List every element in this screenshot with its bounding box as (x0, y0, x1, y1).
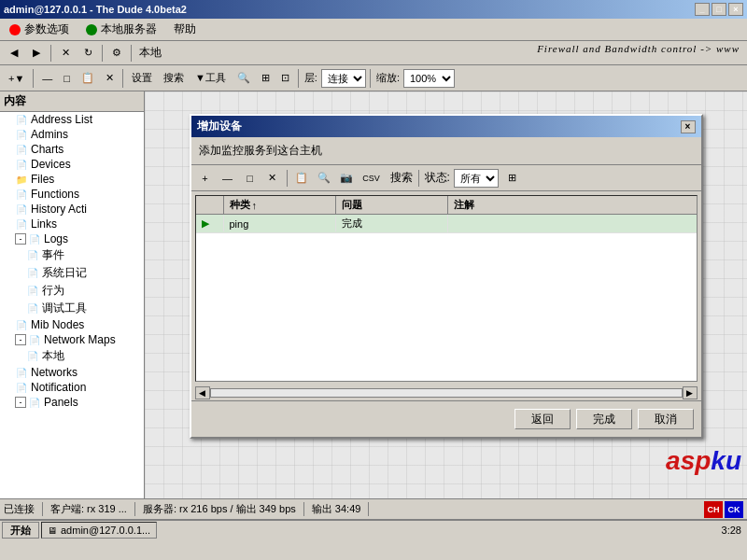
start-button[interactable]: 开始 (2, 522, 39, 539)
back-button[interactable]: 返回 (514, 409, 571, 429)
toolbar-sep-1 (33, 69, 34, 88)
layer-select[interactable]: 连接 (321, 69, 366, 88)
row-type: ping (224, 217, 336, 231)
dialog-toolbar-sep-2 (418, 170, 419, 187)
copy-button[interactable]: □ (59, 68, 75, 89)
nav-separator-2 (102, 45, 103, 62)
dialog-remove-button[interactable]: — (218, 169, 238, 188)
settings-button[interactable]: 设置 (127, 68, 157, 89)
col-issue[interactable]: 问题 (336, 196, 448, 214)
file-icon: 📄 (15, 143, 28, 156)
nav-stop-button[interactable]: ✕ (55, 44, 76, 63)
minimize-button[interactable]: _ (695, 3, 710, 16)
expand-icon[interactable]: - (15, 233, 26, 245)
status-icons: CH CK (704, 501, 743, 518)
sidebar-item-history[interactable]: 📄 History Acti (0, 202, 144, 217)
expand-icon-3[interactable]: - (15, 397, 26, 408)
sidebar-header: 内容 (0, 91, 144, 112)
output-status: 输出 34:49 (312, 502, 370, 516)
dialog-content: 种类 ↑ 问题 注解 ▶ ping 完成 (195, 195, 698, 382)
dialog-grid-button[interactable]: ⊞ (502, 169, 523, 188)
ch-icon: CH (704, 501, 723, 518)
nav-back-button[interactable]: ◀ (4, 44, 24, 63)
sidebar-item-local[interactable]: 📄 本地 (0, 347, 144, 365)
sidebar-item-charts[interactable]: 📄 Charts (0, 142, 144, 157)
sidebar-item-address-list[interactable]: 📄 Address List (0, 112, 144, 127)
file-icon: 📄 (15, 366, 28, 379)
sidebar-item-mib[interactable]: 📄 Mib Nodes (0, 317, 144, 332)
search-label: 搜索 (163, 71, 184, 85)
sidebar-item-syslog[interactable]: 📄 系统日记 (0, 264, 144, 282)
watermark-text-2: ku (711, 446, 741, 475)
table-row[interactable]: ▶ ping 完成 (196, 215, 697, 233)
dialog-copy-button[interactable]: □ (240, 169, 261, 188)
snap-button[interactable]: ⊡ (276, 68, 294, 89)
scroll-right-button[interactable]: ▶ (683, 386, 698, 399)
nav-forward-button[interactable]: ▶ (26, 44, 47, 63)
ck-icon: CK (725, 501, 743, 518)
dialog-cut-button[interactable]: ✕ (262, 169, 283, 188)
connection-text: 已连接 (4, 502, 35, 516)
dialog-close-button[interactable]: × (681, 120, 696, 133)
connection-status: 已连接 (4, 502, 43, 516)
col-type[interactable]: 种类 ↑ (224, 196, 336, 214)
remove-button[interactable]: — (37, 68, 57, 89)
dialog-find-button[interactable]: 🔍 (314, 169, 334, 188)
status-text: 状态: (425, 170, 450, 186)
dialog-footer: 返回 完成 取消 (191, 400, 701, 437)
content-area: 增加设备 × 添加监控服务到这台主机 + — □ ✕ 📋 🔍 📷 (145, 91, 747, 498)
dialog-add-button[interactable]: + (195, 169, 216, 188)
nav-settings-button[interactable]: ⚙ (106, 44, 127, 63)
col-note[interactable]: 注解 (448, 196, 697, 214)
cancel-button[interactable]: 取消 (638, 409, 694, 429)
maximize-button[interactable]: □ (712, 3, 726, 16)
scroll-left-button[interactable]: ◀ (195, 386, 210, 399)
sidebar-item-files[interactable]: 📁 Files (0, 172, 144, 187)
window-icon: 🖥 (48, 525, 57, 536)
zoom-label: 缩放: (374, 71, 402, 85)
sidebar-item-admins[interactable]: 📄 Admins (0, 127, 144, 142)
menu-item-help[interactable]: 帮助 (166, 20, 204, 39)
sidebar-item-functions[interactable]: 📄 Functions (0, 187, 144, 202)
sidebar-item-devices[interactable]: 📄 Devices (0, 157, 144, 172)
location-label: 本地 (135, 45, 165, 61)
search-button[interactable]: 搜索 (159, 68, 189, 89)
zoom-select[interactable]: 100% (403, 69, 455, 88)
status-select[interactable]: 所有 (454, 169, 499, 188)
sidebar-item-behavior[interactable]: 📄 行为 (0, 282, 144, 300)
tools-button[interactable]: ▼工具 (190, 68, 231, 89)
menu-label-server: 本地服务器 (101, 21, 157, 37)
toolbar-sep-2 (122, 69, 123, 88)
search-text: 搜索 (390, 170, 413, 186)
sidebar-item-links[interactable]: 📄 Links (0, 217, 144, 231)
grid-button[interactable]: ⊞ (257, 68, 275, 89)
sidebar-item-events[interactable]: 📄 事件 (0, 246, 144, 264)
taskbar-time: 3:28 (718, 525, 745, 536)
toolbar-sep-4 (370, 69, 371, 88)
sidebar-item-logs[interactable]: - 📄 Logs (0, 231, 144, 246)
paste-button[interactable]: 📋 (77, 68, 99, 89)
horizontal-scrollbar[interactable]: ◀ ▶ (195, 385, 698, 400)
menu-item-server[interactable]: 本地服务器 (78, 20, 164, 39)
nav-refresh-button[interactable]: ↻ (78, 44, 98, 63)
expand-icon-2[interactable]: - (15, 334, 26, 345)
sidebar-item-notification[interactable]: 📄 Notification (0, 380, 144, 395)
taskbar-window-item[interactable]: 🖥 admin@127.0.0.1... (41, 522, 157, 539)
sidebar-item-networks[interactable]: 📄 Networks (0, 365, 144, 380)
dialog-paste-button[interactable]: 📋 (291, 169, 312, 188)
sidebar-item-panels[interactable]: - 📄 Panels (0, 395, 144, 410)
menu-item-params[interactable]: 参数选项 (2, 20, 77, 39)
sidebar-item-debug[interactable]: 📄 调试工具 (0, 300, 144, 317)
dialog-title-label: 增加设备 (197, 119, 242, 134)
sidebar-item-network-maps[interactable]: - 📄 Network Maps (0, 332, 144, 347)
dialog-csv-button[interactable]: CSV (359, 169, 385, 188)
cut-button[interactable]: ✕ (101, 68, 119, 89)
close-button[interactable]: × (728, 3, 743, 16)
tools-label: ▼工具 (195, 71, 226, 85)
finish-button[interactable]: 完成 (576, 409, 632, 429)
find-button[interactable]: 🔍 (233, 68, 255, 89)
row-indicator: ▶ (196, 216, 224, 231)
file-icon: 📄 (15, 381, 28, 394)
dialog-snapshot-button[interactable]: 📷 (336, 169, 357, 188)
add-button[interactable]: +▼ (4, 68, 29, 89)
